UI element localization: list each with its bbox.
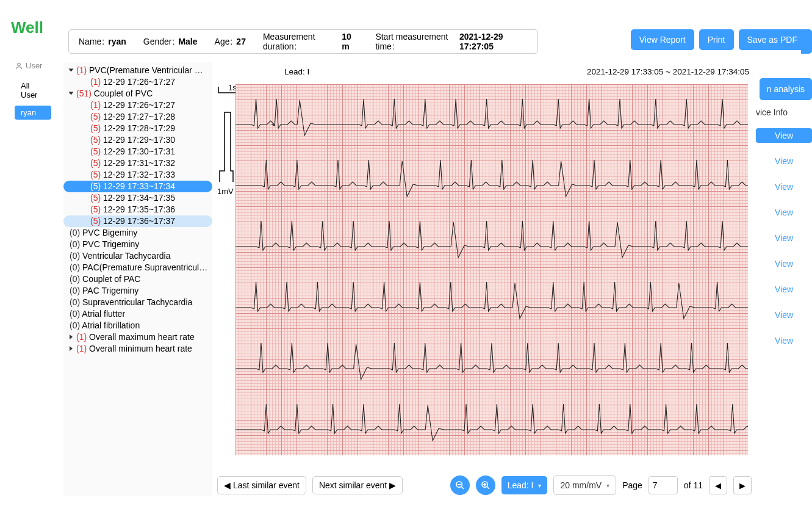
chevron-left-icon: ◀ xyxy=(224,480,231,490)
tree-node[interactable]: (5) 12-29 17:27~17:28 xyxy=(63,111,212,123)
name-label: Name xyxy=(79,37,104,46)
svg-line-2 xyxy=(461,486,464,489)
ecg-strip xyxy=(235,338,748,381)
chevron-right-icon: ▶ xyxy=(389,480,396,490)
page-input[interactable] xyxy=(649,476,678,494)
tree-node[interactable]: (0) PAC Trigeminy xyxy=(63,285,212,297)
analysis-button[interactable]: n analysis xyxy=(760,78,812,100)
tree-node[interactable]: (5) 12-29 17:32~17:33 xyxy=(63,169,212,181)
start-value: 2021-12-29 17:27:05 xyxy=(459,32,528,51)
caret-icon xyxy=(70,346,73,351)
duration-label: Measurement duration xyxy=(263,32,338,51)
caret-icon xyxy=(69,92,74,95)
tree-node[interactable]: (1) Overall minimum heart rate xyxy=(63,343,212,355)
tree-node[interactable]: (0) Atrial flutter xyxy=(63,308,212,320)
ecg-viewer: Lead: I 2021-12-29 17:33:05 ~ 2021-12-29… xyxy=(217,62,752,465)
age-label: Age xyxy=(215,37,233,46)
tree-node[interactable]: (51) Couplet of PVC xyxy=(63,88,212,99)
device-header: vice Info xyxy=(756,107,812,117)
top-action-buttons: View Report Print Save as PDF xyxy=(631,29,806,50)
calibration-pulse xyxy=(218,110,234,186)
tree-node[interactable]: (0) Supraventricular Tachycardia xyxy=(63,297,212,308)
tree-node[interactable]: (0) PVC Trigeminy xyxy=(63,239,212,250)
ecg-strip xyxy=(235,155,748,198)
app-logo: Well xyxy=(11,18,43,37)
save-pdf-button[interactable]: Save as PDF xyxy=(739,29,806,50)
view-link[interactable]: View xyxy=(756,256,812,271)
event-tree: (1) PVC(Premature Ventricular Contr…(1) … xyxy=(63,62,212,496)
lead-select[interactable]: Lead: I ▾ xyxy=(501,476,548,494)
tree-node[interactable]: (5) 12-29 17:29~17:30 xyxy=(63,134,212,146)
tree-node[interactable]: (0) PAC(Premature Supraventricular … xyxy=(63,262,212,273)
view-link[interactable]: View xyxy=(756,179,812,194)
view-link[interactable]: View xyxy=(756,333,812,348)
report-modal: Name ryan Gender Male Age 27 Measurement… xyxy=(61,0,812,506)
caret-icon xyxy=(70,334,73,339)
tree-node[interactable]: (5) 12-29 17:30~17:31 xyxy=(63,146,212,157)
chevron-down-icon: ▾ xyxy=(538,482,541,489)
tree-node[interactable]: (1) 12-29 17:26~17:27 xyxy=(63,76,212,88)
duration-value: 10 m xyxy=(342,32,358,51)
device-info-panel: vice Info ViewViewViewViewViewViewViewVi… xyxy=(756,107,812,359)
ecg-strip xyxy=(235,399,748,442)
tree-node[interactable]: (5) 12-29 17:36~17:37 xyxy=(63,215,212,227)
tree-node[interactable]: (5) 12-29 17:28~17:29 xyxy=(63,123,212,134)
tree-node[interactable]: (5) 12-29 17:34~17:35 xyxy=(63,192,212,204)
chevron-down-icon: ▾ xyxy=(606,482,609,489)
view-link[interactable]: View xyxy=(756,308,812,322)
gain-select[interactable]: 20 mm/mV ▾ xyxy=(553,475,616,495)
start-label: Start measurement time xyxy=(375,32,456,51)
view-link[interactable]: View xyxy=(756,154,812,168)
name-value: ryan xyxy=(108,37,126,46)
tree-node[interactable]: (0) Atrial fibrillation xyxy=(63,320,212,331)
view-link[interactable]: View xyxy=(756,205,812,220)
chevron-left-icon: ◀ xyxy=(715,481,721,490)
tree-node[interactable]: (1) 12-29 17:26~17:27 xyxy=(63,99,212,111)
ecg-strip xyxy=(235,216,748,259)
tree-node[interactable]: (5) 12-29 17:33~17:34 xyxy=(63,181,212,192)
view-link[interactable]: View xyxy=(756,128,812,143)
page-next-button[interactable]: ▶ xyxy=(733,476,752,494)
zoom-out-button[interactable] xyxy=(450,475,470,495)
print-button[interactable]: Print xyxy=(699,29,734,50)
view-link[interactable]: View xyxy=(756,282,812,297)
tree-node[interactable]: (5) 12-29 17:35~17:36 xyxy=(63,204,212,215)
footer-controls: ◀ Last similar event Next similar event … xyxy=(217,475,752,495)
user-header: User xyxy=(15,61,51,70)
chevron-right-icon: ▶ xyxy=(739,481,746,490)
tree-node[interactable]: (1) Overall maximum heart rate xyxy=(63,331,212,343)
mv-label: 1mV xyxy=(217,187,234,196)
zoom-in-icon xyxy=(481,480,490,490)
view-link[interactable]: View xyxy=(756,231,812,245)
tree-node[interactable]: (0) PVC Bigeminy xyxy=(63,227,212,239)
ecg-strip xyxy=(235,277,748,320)
page-label: Page xyxy=(622,480,642,490)
caret-icon xyxy=(69,69,74,72)
next-event-button[interactable]: Next similar event ▶ xyxy=(312,476,403,494)
zoom-out-icon xyxy=(455,480,465,490)
gender-label: Gender xyxy=(143,37,175,46)
tree-node[interactable]: (0) Couplet of PAC xyxy=(63,273,212,285)
patient-info-bar: Name ryan Gender Male Age 27 Measurement… xyxy=(68,29,538,54)
lead-label: Lead: I xyxy=(284,67,309,76)
tree-node[interactable]: (5) 12-29 17:31~17:32 xyxy=(63,157,212,169)
partial-button[interactable] xyxy=(801,29,812,54)
zoom-in-button[interactable] xyxy=(476,475,495,495)
user-sidebar: User All Userryan xyxy=(15,61,51,123)
sidebar-item[interactable]: All User xyxy=(15,79,51,102)
page-prev-button[interactable]: ◀ xyxy=(709,476,727,494)
prev-event-button[interactable]: ◀ Last similar event xyxy=(217,476,306,494)
svg-line-5 xyxy=(487,486,489,489)
timerange-label: 2021-12-29 17:33:05 ~ 2021-12-29 17:34:0… xyxy=(587,67,749,76)
tree-node[interactable]: (1) PVC(Premature Ventricular Contr… xyxy=(63,65,212,76)
sidebar-item[interactable]: ryan xyxy=(15,106,51,120)
view-report-button[interactable]: View Report xyxy=(631,29,694,50)
ecg-strip xyxy=(235,94,748,137)
tree-node[interactable]: (0) Ventricular Tachycardia xyxy=(63,250,212,262)
svg-point-0 xyxy=(18,63,21,66)
page-total: of 11 xyxy=(684,480,703,490)
age-value: 27 xyxy=(236,37,246,46)
gender-value: Male xyxy=(178,37,197,46)
